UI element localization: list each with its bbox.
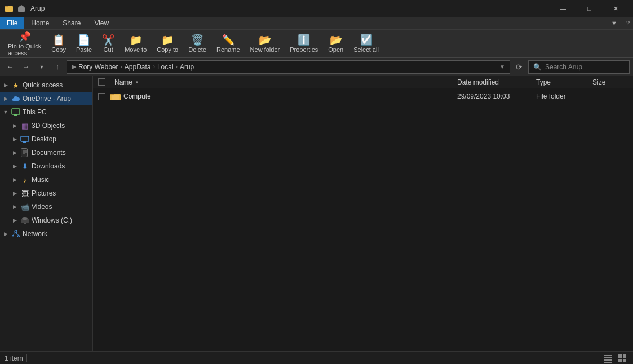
svg-rect-7 [21,136,29,141]
properties-button[interactable]: ℹ️ Properties [285,33,322,55]
table-row[interactable]: Compute 29/09/2023 10:03 File folder [93,90,633,103]
chevron-videos [11,203,18,210]
sidebar-item-network[interactable]: Network [0,227,92,241]
maximize-button[interactable]: □ [577,0,602,17]
sidebar-label-videos: Videos [32,203,52,211]
documents-icon [20,148,29,157]
sidebar-item-downloads[interactable]: ⬇ Downloads [0,159,92,173]
app-icon-folder [5,4,14,13]
path-dropdown-icon[interactable]: ▼ [499,64,505,70]
file-date: 29/09/2023 10:03 [453,92,532,100]
tab-file[interactable]: File [0,17,24,29]
column-type-header[interactable]: Type [532,78,588,86]
sidebar-item-pictures[interactable]: 🖼 Pictures [0,187,92,200]
tab-view[interactable]: View [87,17,116,29]
status-separator [26,354,27,362]
ribbon-bar: 📌 Pin to Quickaccess 📋 Copy 📄 Paste ✂️ C… [0,29,633,57]
delete-button[interactable]: 🗑️ Delete [184,33,211,55]
file-type: File folder [532,92,588,100]
windows-c-icon [20,216,29,225]
forward-button[interactable]: → [19,60,33,74]
pin-quick-access-button[interactable]: 📌 Pin to Quickaccess [3,29,46,59]
address-path[interactable]: ▶ Rory Webber › AppData › Local › Arup ▼ [67,60,510,74]
sidebar-item-desktop[interactable]: Desktop [0,132,92,146]
window-title: Arup [30,5,550,12]
sidebar-label-3d-objects: 3D Objects [32,122,65,130]
ribbon-expand[interactable]: ▼ [608,17,621,29]
path-appdata[interactable]: AppData [125,63,151,71]
recent-locations-button[interactable]: ▼ [35,60,48,74]
desktop-icon [20,135,29,144]
sidebar-item-videos[interactable]: 📹 Videos [0,200,92,214]
sidebar-item-quick-access[interactable]: ★ Quick access [0,78,92,92]
copy-icon: 📋 [52,35,65,45]
refresh-button[interactable]: ⟳ [512,60,526,74]
sidebar-item-onedrive[interactable]: OneDrive - Arup [0,92,92,105]
ribbon-tabs: File Home Share View ▼ ? [0,17,633,29]
svg-rect-31 [623,359,626,362]
sidebar-item-this-pc[interactable]: This PC [0,105,92,119]
move-to-button[interactable]: 📁 Move to [120,33,151,55]
sidebar-label-quick-access: Quick access [23,81,63,89]
content-rows: Compute 29/09/2023 10:03 File folder [93,88,633,351]
sidebar-item-3d-objects[interactable]: ▦ 3D Objects [0,119,92,132]
file-checkbox[interactable] [93,93,110,100]
close-button[interactable]: ✕ [603,0,628,17]
move-icon: 📁 [130,35,142,45]
3d-objects-icon: ▦ [20,121,29,130]
rename-button[interactable]: ✏️ Rename [212,33,245,55]
file-name: Compute [121,92,453,100]
path-local[interactable]: Local [157,63,174,71]
status-item-count: 1 item [5,354,23,362]
title-bar: Arup — □ ✕ [0,0,633,17]
paste-button[interactable]: 📄 Paste [72,33,96,55]
new-folder-button[interactable]: 📂 New folder [246,33,285,55]
status-bar: 1 item [0,351,633,364]
copy-button[interactable]: 📋 Copy [47,33,70,55]
path-home-icon: ▶ [72,63,76,70]
column-name-header[interactable]: Name ▲ [110,78,453,86]
svg-rect-2 [18,7,25,12]
back-button[interactable]: ← [3,60,17,74]
path-rory-webber[interactable]: Rory Webber [78,63,118,71]
copy-to-button[interactable]: 📁 Copy to [152,33,183,55]
tab-home[interactable]: Home [24,17,56,29]
list-view-button[interactable] [601,352,614,365]
pin-icon: 📌 [19,32,31,42]
ribbon-help[interactable]: ? [623,17,633,29]
onedrive-icon [11,94,20,103]
pictures-icon: 🖼 [20,189,29,198]
chevron-3d-objects [11,122,18,129]
minimize-button[interactable]: — [550,0,576,17]
chevron-desktop [11,136,18,143]
svg-rect-4 [12,109,20,114]
title-bar-icons [5,4,26,13]
details-view-button[interactable] [616,352,628,365]
svg-rect-6 [13,116,19,116]
svg-rect-15 [23,224,27,224]
path-arup[interactable]: Arup [180,63,194,71]
sort-arrow-icon: ▲ [135,79,139,85]
new-folder-icon: 📂 [259,35,271,45]
up-button[interactable]: ↑ [51,60,64,74]
chevron-onedrive [2,95,9,102]
open-button[interactable]: 📂 Open [324,33,348,55]
column-size-header[interactable]: Size [588,78,633,86]
paste-icon: 📄 [78,35,90,45]
column-date-header[interactable]: Date modified [453,78,532,86]
cut-button[interactable]: ✂️ Cut [98,33,119,55]
music-icon: ♪ [20,175,29,184]
sidebar-item-music[interactable]: ♪ Music [0,173,92,187]
sidebar-item-windows-c[interactable]: Windows (C:) [0,214,92,227]
sidebar-item-documents[interactable]: Documents [0,146,92,159]
header-checkbox[interactable] [93,78,110,86]
tab-share[interactable]: Share [56,17,87,29]
svg-rect-27 [604,362,612,363]
select-all-button[interactable]: ☑️ Select all [349,33,383,55]
content-header: Name ▲ Date modified Type Size [93,76,633,88]
search-placeholder: Search Arup [545,63,582,71]
search-box[interactable]: 🔍 Search Arup [528,60,630,74]
svg-point-17 [12,236,14,237]
svg-point-16 [15,230,17,233]
svg-rect-29 [623,354,626,358]
